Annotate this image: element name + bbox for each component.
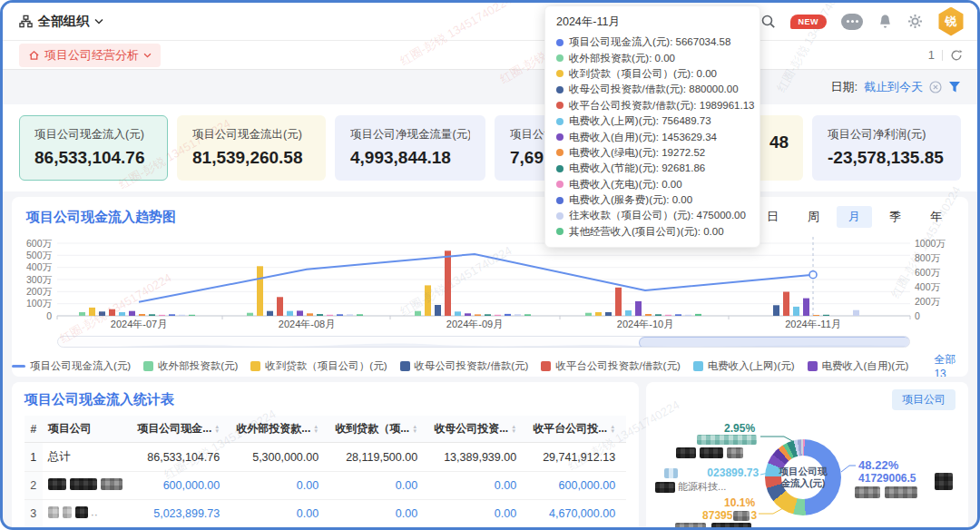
donut-label-orange-value: 87395 3 [681, 509, 757, 522]
table-header-4[interactable]: 收到贷款（项...▲▼ [329, 416, 428, 443]
table-header-6[interactable]: 收平台公司投...▲▼ [527, 416, 626, 443]
sort-carets-icon[interactable]: ▲▼ [610, 425, 615, 434]
datazoom-slider[interactable] [57, 336, 910, 348]
donut-label-blue-pct: 48.22% [858, 458, 898, 472]
kpi-value: -23,578,135.85 [828, 148, 946, 168]
period-tab[interactable]: 月 [837, 206, 872, 228]
table-header-2[interactable]: 项目公司现金...▲▼ [132, 416, 230, 443]
svg-text:600万: 600万 [26, 238, 53, 249]
row-index: 3 [24, 500, 43, 528]
series-dot [556, 165, 564, 172]
series-dot [556, 197, 564, 204]
refresh-icon[interactable] [950, 49, 963, 62]
scope-tag[interactable]: 项目公司 [892, 389, 956, 410]
tooltip-row-text: 收母公司投资款/借款(元): 880000.00 [569, 83, 739, 96]
breadcrumb[interactable]: 项目公司经营分析 [19, 44, 161, 67]
donut-label-sky-value: 023899.73 [679, 466, 759, 479]
tooltip-row: 收母公司投资款/借款(元): 880000.00 [556, 82, 749, 97]
table-header-5[interactable]: 收母公司投资...▲▼ [428, 416, 527, 443]
legend-item[interactable]: 收到贷款（项目公司）(元) [250, 359, 387, 373]
gear-icon[interactable] [907, 14, 923, 29]
tooltip-row-text: 项目公司现金流入(元): 5667034.58 [569, 35, 730, 49]
tooltip-row: 电费收入(服务费)(元): 0.00 [556, 192, 749, 208]
table-row[interactable]: 1总计86,533,104.765,300,000.0028,119,500.0… [24, 443, 626, 472]
funnel-icon[interactable] [948, 81, 961, 93]
tooltip-row-text: 电费收入(上网)(元): 756489.73 [569, 114, 711, 128]
tooltip-row: 往来收款（项目公司）(元): 475000.00 [556, 208, 749, 223]
search-icon[interactable] [760, 14, 776, 29]
series-dot [556, 228, 564, 235]
kpi-value: 86,533,104.76 [34, 148, 152, 168]
avatar[interactable]: 锐 [937, 7, 965, 36]
table-title: 项目公司现金流入统计表 [24, 391, 174, 407]
kpi-card[interactable]: 项目公司现金流入(元)86,533,104.76 [19, 115, 168, 181]
datazoom-selection[interactable] [639, 337, 910, 348]
value-cell: 86,533,104.76 [132, 443, 230, 472]
donut-label-blue-value: 41729006.5 [858, 472, 916, 485]
legend-item[interactable]: 项目公司现金流入(元) [12, 359, 131, 373]
series-dot [556, 86, 564, 93]
sort-carets-icon[interactable]: ▲▼ [511, 425, 516, 434]
company-name-cell: 总计 [43, 443, 132, 472]
chevron-down-icon [94, 18, 103, 25]
page-controls: 1 [928, 48, 963, 62]
kpi-value: 4,993,844.18 [350, 148, 470, 168]
top-bar: 全部组织 案中心 NEW 锐 [3, 3, 977, 41]
tooltip-row: 收平台公司投资款/借款(元): 1989961.13 [556, 98, 749, 113]
tooltip-row-text: 收到贷款（项目公司）(元): 0.00 [569, 67, 717, 81]
table-header-0: # [24, 416, 43, 443]
tooltip-rows: 项目公司现金流入(元): 5667034.58收外部投资款(元): 0.00收到… [556, 34, 749, 240]
legend-item[interactable]: 电费收入(自用)(元) [808, 359, 909, 373]
redacted-block [935, 473, 953, 490]
close-circle-icon[interactable] [929, 81, 942, 93]
legend-show-all-link[interactable]: 全部 13 [934, 352, 968, 377]
trend-chart[interactable]: 600万500万400万300万200万100万01000万800万600万40… [12, 228, 968, 335]
kpi-card[interactable]: 项目公司现金流出(元)81,539,260.58 [177, 115, 326, 181]
donut-label-teal-pct: 2.95% [699, 422, 755, 435]
bell-icon[interactable] [877, 14, 893, 30]
tooltip-row-text: 收平台公司投资款/借款(元): 1989961.13 [569, 99, 755, 113]
value-cell: 5,300,000.00 [230, 443, 329, 472]
legend-square-symbol [250, 361, 260, 371]
value-cell: 29,741,912.13 [527, 443, 626, 472]
period-tab[interactable]: 季 [877, 206, 913, 228]
tooltip-row: 收到贷款（项目公司）(元): 0.00 [556, 66, 749, 82]
date-filter-label: 日期: [830, 79, 858, 95]
sort-carets-icon[interactable]: ▲▼ [412, 425, 417, 434]
svg-text:2024年-10月: 2024年-10月 [617, 319, 673, 329]
table-row[interactable]: 3··5,023,899.730.000.000.004,670,000.00 [24, 500, 626, 528]
legend-item[interactable]: 收外部投资款(元) [143, 359, 238, 373]
sort-carets-icon[interactable]: ▲▼ [214, 425, 220, 434]
kpi-card[interactable]: 项目公司净现金流量(元)4,993,844.18 [335, 115, 485, 181]
legend-item[interactable]: 电费收入(上网)(元) [693, 359, 795, 373]
table-header-3[interactable]: 收外部投资款...▲▼ [230, 416, 329, 443]
legend-square-symbol [808, 361, 818, 371]
legend-square-symbol [693, 361, 703, 371]
org-label: 全部组织 [38, 14, 89, 30]
kpi-value: 81,539,260.58 [192, 148, 310, 168]
tooltip-row: 电费收入(自用)(元): 1453629.34 [556, 129, 749, 144]
org-selector[interactable]: 全部组织 [19, 14, 103, 30]
table-row[interactable]: 2600,000.000.000.000.00600,000.00 [24, 472, 626, 500]
legend-label: 收母公司投资款/借款(元) [415, 359, 529, 373]
message-bubble-icon[interactable] [841, 14, 863, 30]
tooltip-row-text: 往来收款（项目公司）(元): 475000.00 [569, 209, 746, 222]
value-cell: 4,670,000.00 [527, 500, 626, 528]
period-tab[interactable]: 周 [796, 206, 831, 228]
legend-item[interactable]: 收母公司投资款/借款(元) [400, 359, 529, 373]
new-badge[interactable]: NEW [790, 15, 828, 29]
table-header-1: 项目公司 [43, 416, 132, 443]
legend-item[interactable]: 收平台公司投资款/借款(元) [541, 359, 680, 373]
tooltip-row: 电费收入(充电)(元): 0.00 [556, 177, 749, 192]
redacted-digits [733, 511, 750, 521]
kpi-band: 项目公司现金流入(元)86,533,104.76项目公司现金流出(元)81,53… [3, 104, 977, 191]
svg-text:300万: 300万 [26, 274, 53, 285]
kpi-row: 项目公司现金流入(元)86,533,104.76项目公司现金流出(元)81,53… [19, 115, 961, 181]
dashboard-page: 全部组织 案中心 NEW 锐 项目公司经营分析 1 日期: 截止到今天 [0, 0, 980, 530]
date-filter-value[interactable]: 截止到今天 [864, 79, 923, 95]
series-dot [556, 212, 564, 220]
period-tab[interactable]: 年 [918, 206, 954, 228]
sort-carets-icon[interactable]: ▲▼ [313, 425, 318, 434]
chevron-down-icon [143, 53, 152, 58]
kpi-card[interactable]: 项目公司净利润(元)-23,578,135.85 [812, 115, 961, 181]
